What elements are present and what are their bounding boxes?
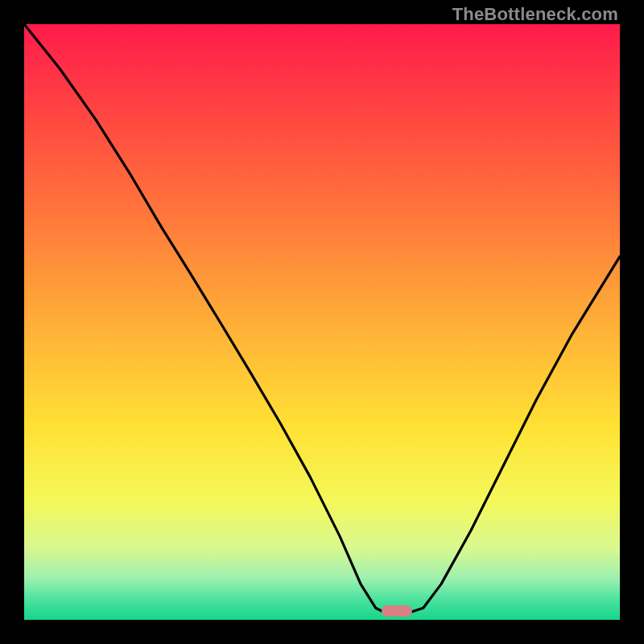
optimum-marker (382, 605, 412, 617)
watermark-label: TheBottleneck.com (452, 4, 618, 25)
plot-area (24, 24, 620, 620)
bottleneck-curve (24, 24, 620, 620)
chart-frame: TheBottleneck.com (0, 0, 644, 644)
